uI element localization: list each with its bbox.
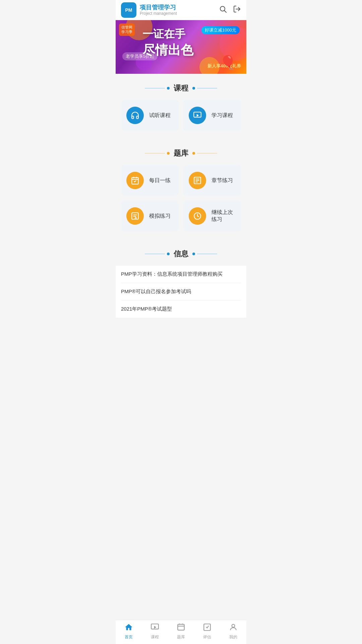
- daily-practice-label: 每日一练: [149, 177, 171, 184]
- chapter-practice-card[interactable]: 章节练习: [183, 165, 241, 196]
- nav-home[interactable]: 首页: [116, 623, 142, 640]
- study-course-icon: [189, 107, 206, 124]
- nav-eval[interactable]: 评估: [194, 623, 220, 640]
- nav-mine-icon: [229, 623, 238, 633]
- nav-bank[interactable]: 题库: [168, 623, 194, 640]
- bottom-nav: 首页 课程 题库 评估: [116, 620, 246, 644]
- course-title-line-left: [145, 88, 165, 89]
- info-item-2[interactable]: 2021年PMP®考试题型: [121, 301, 241, 318]
- nav-course-icon: [150, 623, 159, 633]
- bank-title-line-right: [197, 153, 217, 154]
- header-left: PM 项目管理学习 Project management: [121, 2, 177, 18]
- bank-cards-grid: 每日一练 章节练习: [116, 165, 246, 239]
- chapter-practice-icon: [189, 172, 206, 189]
- course-cards-grid: 试听课程 学习课程: [116, 100, 246, 139]
- course-title-dot-right: [192, 87, 195, 90]
- app-title-en: Project management: [140, 11, 177, 16]
- banner-promo-top: 好课立减1000元: [201, 26, 240, 34]
- nav-bank-label: 题库: [177, 634, 185, 640]
- info-title-line-right: [197, 254, 217, 254]
- search-icon[interactable]: [219, 5, 227, 15]
- banner-main-text-2: 尽情出色: [142, 42, 193, 59]
- mock-practice-icon: [126, 207, 144, 225]
- svg-marker-4: [197, 114, 199, 117]
- info-section-title: 信息: [174, 249, 188, 259]
- nav-bank-icon: [177, 623, 185, 633]
- bank-section-title-wrap: 题库: [116, 139, 246, 165]
- info-section-title-wrap: 信息: [116, 239, 246, 266]
- svg-rect-21: [178, 624, 184, 630]
- bank-title-line-left: [145, 153, 165, 154]
- info-section: 信息 PMP学习资料：信息系统项目管理师教程购买 PMP®可以自己报名参加考试吗…: [116, 239, 246, 318]
- bank-section: 题库 每日一练: [116, 139, 246, 239]
- svg-marker-20: [154, 626, 157, 629]
- banner-main-text-1: 一证在手: [142, 27, 193, 42]
- daily-practice-icon: [126, 172, 144, 189]
- info-list: PMP学习资料：信息系统项目管理师教程购买 PMP®可以自己报名参加考试吗 20…: [116, 266, 246, 318]
- trial-course-icon: [126, 107, 144, 124]
- course-section-title-wrap: 课程: [116, 74, 246, 100]
- study-course-card[interactable]: 学习课程: [183, 100, 241, 131]
- course-title-line-right: [197, 88, 217, 89]
- chapter-practice-label: 章节练习: [212, 177, 233, 184]
- nav-eval-icon: [203, 623, 212, 633]
- svg-line-1: [225, 10, 227, 12]
- bank-section-title: 题库: [174, 148, 188, 158]
- trial-course-label: 试听课程: [149, 112, 171, 119]
- info-item-0[interactable]: PMP学习资料：信息系统项目管理师教程购买: [121, 266, 241, 283]
- nav-home-label: 首页: [125, 634, 133, 640]
- mock-practice-card[interactable]: 模拟练习: [121, 201, 179, 231]
- logo-icon: PM: [121, 2, 136, 18]
- trial-course-card[interactable]: 试听课程: [121, 100, 179, 131]
- nav-course[interactable]: 课程: [142, 623, 168, 640]
- info-title-dot-right: [192, 253, 195, 255]
- continue-practice-label: 继续上次练习: [212, 209, 236, 223]
- promo-banner[interactable]: 信管网 学习季 一证在手 尽情出色 好课立减1000元 老学员享5折起 新人享4…: [116, 20, 246, 74]
- home-icon: [124, 623, 133, 633]
- info-title-line-left: [145, 254, 165, 254]
- app-title-cn: 项目管理学习: [140, 4, 177, 11]
- mock-practice-label: 模拟练习: [149, 213, 171, 220]
- nav-mine-label: 我的: [229, 634, 237, 640]
- header: PM 项目管理学习 Project management: [116, 0, 246, 20]
- svg-rect-5: [132, 177, 138, 184]
- nav-eval-label: 评估: [203, 634, 211, 640]
- nav-mine[interactable]: 我的: [220, 623, 246, 640]
- balloon-icon: 🎈: [220, 55, 236, 70]
- daily-practice-card[interactable]: 每日一练: [121, 165, 179, 196]
- svg-point-26: [232, 624, 235, 627]
- course-section: 课程 试听课程: [116, 74, 246, 139]
- course-section-title: 课程: [174, 83, 188, 93]
- study-course-label: 学习课程: [212, 112, 233, 119]
- info-item-1[interactable]: PMP®可以自己报名参加考试吗: [121, 283, 241, 301]
- banner-badge: 信管网 学习季: [119, 23, 135, 36]
- bank-title-dot-left: [167, 152, 170, 155]
- nav-course-label: 课程: [151, 634, 159, 640]
- header-title-wrap: 项目管理学习 Project management: [140, 4, 177, 16]
- continue-practice-icon: [189, 207, 206, 225]
- continue-practice-card[interactable]: 继续上次练习: [183, 201, 241, 231]
- header-icons: [219, 5, 241, 15]
- bank-title-dot-right: [192, 152, 195, 155]
- course-title-dot-left: [167, 87, 170, 90]
- info-title-dot-left: [167, 253, 170, 255]
- svg-rect-25: [204, 624, 210, 631]
- logout-icon[interactable]: [233, 5, 241, 15]
